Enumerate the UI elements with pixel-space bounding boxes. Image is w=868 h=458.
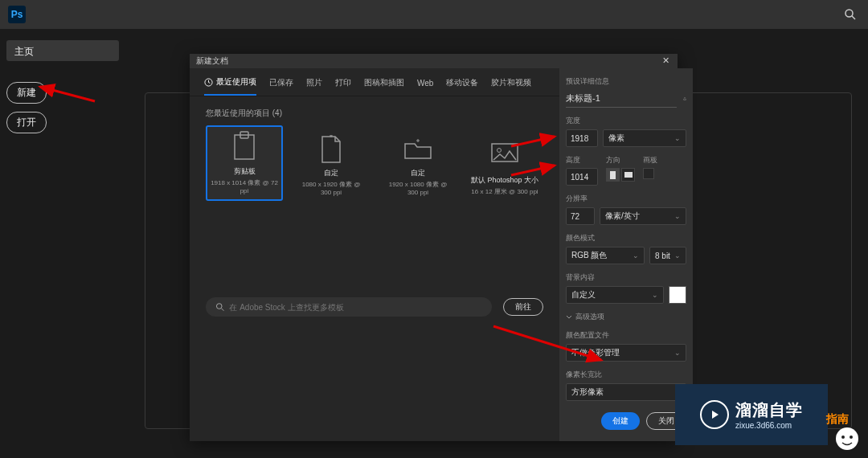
artboard-checkbox[interactable] — [643, 168, 654, 179]
doc-name-input[interactable] — [566, 90, 677, 108]
open-button[interactable]: 打开 — [6, 112, 47, 133]
background-select[interactable]: 自定义⌄ — [566, 286, 664, 304]
background-color-swatch[interactable] — [669, 286, 686, 304]
preset-sub: 1080 x 1920 像素 @ 300 ppi — [296, 180, 366, 196]
profile-label: 颜色配置文件 — [566, 330, 686, 341]
recent-count-label: 您最近使用的项目 (4) — [190, 96, 559, 125]
select-value: RGB 颜色 — [571, 250, 607, 261]
sticker-icon: 指南 — [817, 407, 863, 453]
stock-search-wrap — [206, 297, 492, 317]
preset-name: 剪贴板 — [234, 166, 256, 177]
preset-clipboard[interactable]: 剪贴板 1918 x 1014 像素 @ 72 ppi — [206, 125, 283, 201]
preset-name: 默认 Photoshop 大小 — [471, 175, 538, 186]
advanced-label: 高级选项 — [575, 312, 604, 322]
orientation-portrait-button[interactable] — [606, 168, 620, 182]
select-value: 像素/英寸 — [605, 211, 640, 222]
tab-label: 最近使用项 — [216, 76, 256, 88]
pixel-aspect-select[interactable]: 方形像素⌄ — [566, 383, 686, 401]
select-value: 不做色彩管理 — [571, 347, 620, 358]
search-button[interactable] — [841, 5, 860, 24]
tab-saved[interactable]: 已保存 — [269, 73, 293, 96]
select-value: 自定义 — [571, 289, 596, 301]
svg-line-8 — [222, 309, 224, 311]
width-unit-select[interactable]: 像素⌄ — [603, 129, 686, 147]
new-document-dialog: 新建文档 ✕ 最近使用项 已保存 照片 打印 图稿和插图 Web 移动设备 胶片… — [190, 54, 678, 441]
select-value: 8 bit — [655, 251, 670, 260]
ps-logo: Ps — [8, 6, 26, 23]
chevron-down-icon: ⌄ — [674, 349, 681, 357]
watermark: 溜溜自学 zixue.3d66.com — [675, 384, 828, 445]
stock-search-input[interactable] — [229, 303, 482, 312]
svg-point-16 — [850, 436, 853, 439]
color-mode-label: 颜色模式 — [566, 233, 686, 243]
chevron-down-icon: ⌄ — [674, 212, 681, 220]
clipboard-icon — [231, 131, 258, 163]
orientation-label: 方向 — [606, 155, 635, 166]
resolution-input[interactable] — [566, 207, 595, 225]
watermark-title: 溜溜自学 — [735, 399, 803, 421]
orientation-landscape-button[interactable] — [621, 168, 635, 182]
preset-sub: 16 x 12 厘米 @ 300 ppi — [471, 187, 538, 196]
preset-custom-2[interactable]: 自定 1920 x 1080 像素 @ 300 ppi — [379, 125, 457, 201]
svg-point-14 — [836, 427, 858, 450]
bit-depth-select[interactable]: 8 bit⌄ — [649, 247, 686, 264]
clock-icon — [204, 78, 213, 87]
height-input[interactable] — [566, 168, 598, 186]
search-icon — [844, 8, 857, 21]
tab-print[interactable]: 打印 — [335, 73, 351, 96]
resolution-label: 分辨率 — [566, 194, 686, 204]
tab-web[interactable]: Web — [417, 73, 433, 96]
chevron-down-icon: ⌄ — [652, 291, 658, 299]
export-preset-icon[interactable] — [683, 92, 686, 106]
chevron-down-icon — [566, 314, 572, 321]
color-mode-select[interactable]: RGB 颜色⌄ — [566, 247, 645, 264]
color-profile-select[interactable]: 不做色彩管理⌄ — [566, 344, 686, 362]
play-icon — [700, 400, 729, 429]
image-icon — [490, 141, 519, 165]
watermark-url: zixue.3d66.com — [735, 421, 803, 430]
preset-tabs: 最近使用项 已保存 照片 打印 图稿和插图 Web 移动设备 胶片和视频 — [190, 68, 559, 96]
svg-line-1 — [852, 16, 855, 19]
width-label: 宽度 — [566, 116, 686, 126]
aspect-label: 像素长宽比 — [566, 370, 686, 380]
width-input[interactable] — [566, 129, 598, 147]
chevron-down-icon: ⌄ — [674, 251, 681, 260]
svg-point-0 — [845, 10, 853, 17]
preset-name: 自定 — [411, 168, 425, 178]
select-value: 方形像素 — [571, 386, 604, 398]
svg-point-6 — [497, 149, 502, 153]
preset-sub: 1920 x 1080 像素 @ 300 ppi — [383, 180, 453, 196]
create-button[interactable]: 创建 — [601, 412, 640, 430]
svg-point-7 — [216, 304, 222, 309]
select-value: 像素 — [608, 133, 624, 144]
folder-icon — [403, 137, 432, 162]
tab-art[interactable]: 图稿和插图 — [364, 73, 404, 96]
stock-go-button[interactable]: 前往 — [503, 298, 543, 316]
tab-recent[interactable]: 最近使用项 — [204, 73, 256, 96]
preset-default[interactable]: 默认 Photoshop 大小 16 x 12 厘米 @ 300 ppi — [466, 125, 543, 201]
svg-point-15 — [841, 436, 845, 439]
height-label: 高度 — [566, 155, 598, 166]
preset-name: 自定 — [324, 168, 338, 178]
dialog-close-button[interactable]: ✕ — [660, 55, 671, 67]
chevron-down-icon: ⌄ — [633, 251, 639, 260]
preset-custom-1[interactable]: 自定 1080 x 1920 像素 @ 300 ppi — [293, 125, 370, 201]
artboard-label: 画板 — [643, 155, 657, 166]
preset-sub: 1918 x 1014 像素 @ 72 ppi — [211, 178, 278, 194]
background-label: 背景内容 — [566, 272, 686, 283]
tab-photo[interactable]: 照片 — [306, 73, 322, 96]
svg-text:指南: 指南 — [825, 412, 849, 425]
dialog-title: 新建文档 — [196, 55, 228, 67]
chevron-down-icon: ⌄ — [674, 134, 681, 142]
tab-mobile[interactable]: 移动设备 — [446, 73, 478, 96]
search-icon — [215, 302, 224, 312]
file-icon — [319, 135, 343, 164]
preset-details-label: 预设详细信息 — [566, 76, 686, 87]
tab-film[interactable]: 胶片和视频 — [491, 73, 531, 96]
home-button[interactable]: 主页 — [6, 40, 119, 61]
new-button[interactable]: 新建 — [6, 82, 47, 104]
advanced-toggle[interactable]: 高级选项 — [566, 312, 686, 322]
resolution-unit-select[interactable]: 像素/英寸⌄ — [600, 207, 686, 225]
